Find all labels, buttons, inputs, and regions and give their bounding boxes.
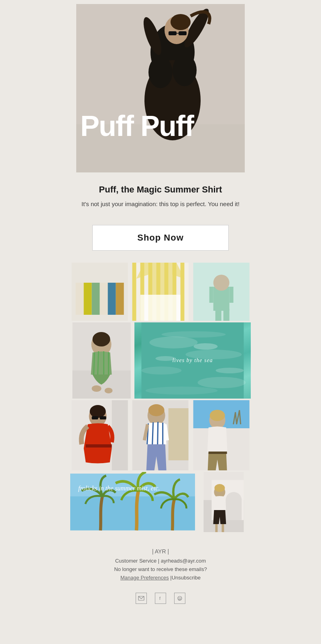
page-wrapper: Puff Puff Puff, the Magic Summer Shirt I… xyxy=(0,0,321,624)
facebook-icon[interactable]: f xyxy=(155,593,166,604)
grid-item-model-green[interactable] xyxy=(70,322,133,399)
svg-text:f: f xyxy=(159,596,161,601)
svg-rect-19 xyxy=(108,283,116,315)
grid-item-blanket[interactable] xyxy=(70,263,129,321)
svg-point-61 xyxy=(162,331,226,338)
grid-item-sea[interactable]: lives by the sea xyxy=(134,322,251,399)
svg-rect-15 xyxy=(76,283,84,315)
svg-point-92 xyxy=(215,484,225,492)
cta-section: Shop Now xyxy=(0,217,321,263)
pinterest-icon[interactable]: p xyxy=(174,593,185,604)
svg-line-50 xyxy=(94,352,95,375)
svg-rect-9 xyxy=(179,31,187,35)
grid-item-red-dress[interactable] xyxy=(70,400,129,470)
svg-line-51 xyxy=(98,351,99,375)
twitter-icon[interactable] xyxy=(136,593,147,604)
svg-point-76 xyxy=(148,404,165,416)
svg-text:p: p xyxy=(179,596,181,601)
svg-rect-71 xyxy=(100,416,106,419)
footer-unsub-question: No longer want to receive these emails? xyxy=(0,566,321,572)
main-headline: Puff, the Magic Summer Shirt xyxy=(60,184,261,195)
hero-image[interactable]: Puff Puff xyxy=(76,4,245,172)
svg-rect-20 xyxy=(116,283,124,315)
svg-rect-74 xyxy=(169,408,189,460)
svg-line-78 xyxy=(152,422,153,445)
svg-point-57 xyxy=(150,336,198,348)
svg-rect-72 xyxy=(86,444,112,448)
hero-section: Puff Puff xyxy=(0,0,321,172)
palm-overlay-text: frolicks in the summer mist, etc. xyxy=(78,484,160,493)
svg-rect-85 xyxy=(208,452,227,454)
unsub-separator: |Unsubscribe xyxy=(170,575,201,581)
text-section: Puff, the Magic Summer Shirt It's not ju… xyxy=(0,172,321,217)
svg-rect-70 xyxy=(92,416,98,419)
svg-point-54 xyxy=(92,385,102,392)
svg-point-7 xyxy=(171,14,191,30)
svg-point-60 xyxy=(198,377,246,388)
svg-point-69 xyxy=(90,405,106,418)
svg-point-49 xyxy=(93,332,110,346)
grid-row-3 xyxy=(70,400,251,470)
svg-rect-37 xyxy=(140,295,181,321)
svg-point-11 xyxy=(148,56,173,88)
grid-item-stripe-top[interactable] xyxy=(131,400,190,470)
grid-item-striped-shirt[interactable] xyxy=(131,263,190,321)
footer-links: Manage Preferences |Unsubscribe xyxy=(0,575,321,581)
svg-point-55 xyxy=(105,388,113,393)
svg-line-79 xyxy=(158,422,158,446)
svg-rect-8 xyxy=(169,31,177,35)
sub-headline: It's not just your imagination: this top… xyxy=(60,200,261,209)
hero-title: Puff Puff xyxy=(80,111,193,140)
svg-point-62 xyxy=(146,387,218,395)
svg-rect-67 xyxy=(112,400,128,470)
svg-rect-17 xyxy=(92,283,100,315)
svg-point-12 xyxy=(173,54,197,86)
social-icons: f p xyxy=(0,589,321,616)
grid-item-white-shirt[interactable] xyxy=(192,400,251,470)
svg-rect-18 xyxy=(100,283,108,315)
grid-row-2: lives by the sea xyxy=(70,322,251,399)
footer-customer-service: Customer Service | ayrheads@ayr.com xyxy=(0,558,321,564)
svg-point-84 xyxy=(209,410,225,421)
svg-point-63 xyxy=(194,343,218,350)
footer-brand: | AYR | xyxy=(0,548,321,555)
grid-item-mint-outfit[interactable] xyxy=(192,263,251,321)
grid-row-1 xyxy=(70,263,251,321)
svg-rect-16 xyxy=(84,283,92,315)
shop-now-button[interactable]: Shop Now xyxy=(92,225,229,251)
svg-rect-45 xyxy=(193,263,249,321)
manage-preferences-link[interactable]: Manage Preferences xyxy=(120,575,169,581)
grid-item-white-building-model[interactable] xyxy=(197,472,251,532)
grid-row-4: frolicks in the summer mist, etc. xyxy=(70,472,251,532)
sea-overlay-text: lives by the sea xyxy=(172,357,213,364)
footer: | AYR | Customer Service | ayrheads@ayr.… xyxy=(0,532,321,624)
product-grid: lives by the sea xyxy=(0,263,321,532)
grid-item-palms[interactable]: frolicks in the summer mist, etc. xyxy=(70,472,195,532)
svg-point-65 xyxy=(216,368,244,373)
svg-point-59 xyxy=(142,367,182,375)
